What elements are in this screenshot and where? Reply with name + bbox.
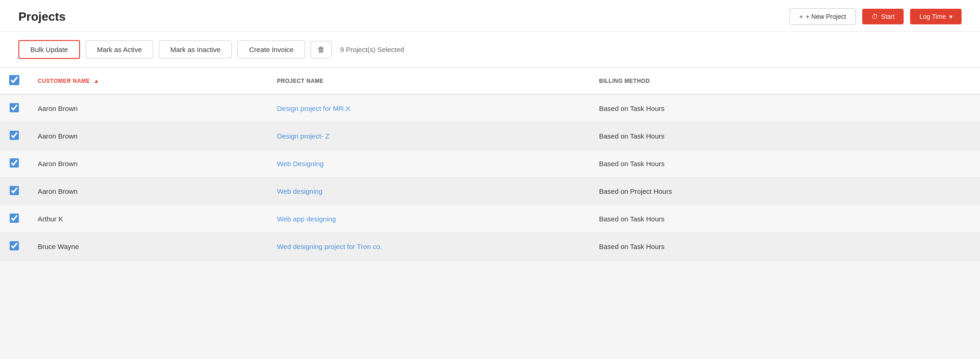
table-row: Aaron BrownWeb DesigningBased on Task Ho…: [0, 150, 980, 178]
delete-button[interactable]: 🗑: [311, 41, 332, 58]
header-checkbox-cell: [0, 68, 29, 94]
billing-method-label: BILLING METHOD: [599, 78, 650, 84]
row-checkbox[interactable]: [10, 103, 19, 112]
project-name-link[interactable]: Web Designing: [277, 160, 323, 168]
row-checkbox[interactable]: [10, 131, 19, 140]
projects-table-container: CUSTOMER NAME ▲ PROJECT NAME BILLING MET…: [0, 68, 980, 359]
column-header-customer[interactable]: CUSTOMER NAME ▲: [29, 68, 268, 94]
project-name-cell: Design project for MR.X: [268, 94, 590, 122]
trash-icon: 🗑: [317, 46, 325, 53]
project-name-cell: Design project- Z: [268, 122, 590, 150]
selected-count: 9 Project(s) Selected: [340, 46, 404, 53]
header: Projects + + New Project ⏱ Start Log Tim…: [0, 0, 980, 32]
project-name-label: PROJECT NAME: [277, 78, 323, 84]
project-name-cell: Web app designing: [268, 205, 590, 233]
start-button[interactable]: ⏱ Start: [862, 9, 904, 24]
row-checkbox[interactable]: [10, 214, 19, 223]
mark-inactive-button[interactable]: Mark as Inactive: [159, 41, 232, 58]
bulk-update-button[interactable]: Bulk Update: [18, 40, 80, 59]
project-name-link[interactable]: Design project- Z: [277, 132, 329, 140]
row-checkbox-cell: [0, 150, 29, 178]
billing-method-cell: Based on Task Hours: [590, 150, 980, 178]
clock-icon: ⏱: [871, 13, 878, 20]
header-actions: + + New Project ⏱ Start Log Time ▾: [790, 8, 962, 25]
billing-method-cell: Based on Task Hours: [590, 94, 980, 122]
row-checkbox[interactable]: [10, 158, 19, 168]
table-header-row: CUSTOMER NAME ▲ PROJECT NAME BILLING MET…: [0, 68, 980, 94]
row-checkbox-cell: [0, 122, 29, 150]
customer-name-cell: Aaron Brown: [29, 94, 268, 122]
column-header-project: PROJECT NAME: [268, 68, 590, 94]
log-time-button[interactable]: Log Time ▾: [910, 9, 962, 24]
row-checkbox[interactable]: [10, 241, 19, 250]
project-name-cell: Wed designing project for Tron co.: [268, 233, 590, 261]
billing-method-cell: Based on Project Hours: [590, 178, 980, 205]
table-row: Aaron BrownDesign project- ZBased on Tas…: [0, 122, 980, 150]
bulk-actions-bar: Bulk Update Mark as Active Mark as Inact…: [0, 32, 980, 68]
select-all-checkbox[interactable]: [9, 75, 19, 85]
new-project-button[interactable]: + + New Project: [790, 8, 856, 25]
customer-name-label: CUSTOMER NAME: [38, 78, 90, 84]
billing-method-cell: Based on Task Hours: [590, 205, 980, 233]
project-name-link[interactable]: Web designing: [277, 187, 323, 195]
billing-method-cell: Based on Task Hours: [590, 122, 980, 150]
table-body: Aaron BrownDesign project for MR.XBased …: [0, 94, 980, 261]
log-time-label: Log Time: [919, 13, 946, 20]
row-checkbox-cell: [0, 233, 29, 261]
dropdown-arrow-icon: ▾: [949, 13, 952, 20]
row-checkbox-cell: [0, 94, 29, 122]
table-row: Aaron BrownWeb designingBased on Project…: [0, 178, 980, 205]
projects-table: CUSTOMER NAME ▲ PROJECT NAME BILLING MET…: [0, 68, 980, 261]
row-checkbox-cell: [0, 205, 29, 233]
customer-name-cell: Aaron Brown: [29, 122, 268, 150]
page: Projects + + New Project ⏱ Start Log Tim…: [0, 0, 980, 359]
customer-name-cell: Arthur K: [29, 205, 268, 233]
customer-name-cell: Aaron Brown: [29, 150, 268, 178]
page-title: Projects: [18, 10, 66, 24]
row-checkbox-cell: [0, 178, 29, 205]
table-row: Bruce WayneWed designing project for Tro…: [0, 233, 980, 261]
project-name-link[interactable]: Wed designing project for Tron co.: [277, 243, 382, 250]
project-name-link[interactable]: Design project for MR.X: [277, 104, 350, 112]
column-header-billing: BILLING METHOD: [590, 68, 980, 94]
project-name-cell: Web designing: [268, 178, 590, 205]
new-project-label: + New Project: [806, 13, 846, 20]
table-row: Arthur KWeb app designingBased on Task H…: [0, 205, 980, 233]
create-invoice-button[interactable]: Create Invoice: [237, 41, 305, 58]
start-label: Start: [881, 13, 895, 20]
customer-name-cell: Aaron Brown: [29, 178, 268, 205]
plus-icon: +: [799, 13, 803, 20]
table-row: Aaron BrownDesign project for MR.XBased …: [0, 94, 980, 122]
sort-arrow-icon: ▲: [93, 78, 99, 84]
billing-method-cell: Based on Task Hours: [590, 233, 980, 261]
mark-active-button[interactable]: Mark as Active: [86, 41, 154, 58]
row-checkbox[interactable]: [10, 186, 19, 195]
project-name-cell: Web Designing: [268, 150, 590, 178]
project-name-link[interactable]: Web app designing: [277, 215, 336, 223]
customer-name-cell: Bruce Wayne: [29, 233, 268, 261]
